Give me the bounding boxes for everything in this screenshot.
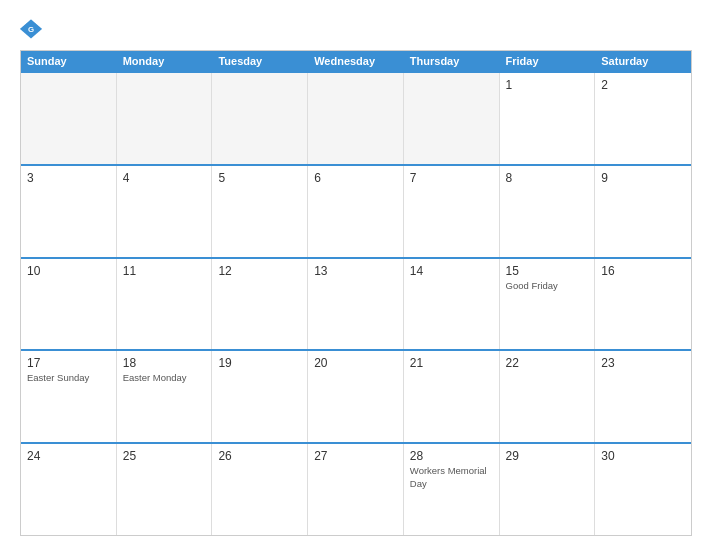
calendar-cell: 8 (500, 166, 596, 257)
day-number: 22 (506, 356, 589, 370)
calendar-cell: 9 (595, 166, 691, 257)
calendar-cell: 24 (21, 444, 117, 535)
day-number: 9 (601, 171, 685, 185)
calendar-cell: 14 (404, 259, 500, 350)
calendar-cell: 27 (308, 444, 404, 535)
calendar-row: 12 (21, 71, 691, 164)
day-number: 7 (410, 171, 493, 185)
day-number: 4 (123, 171, 206, 185)
logo: G (20, 18, 46, 40)
calendar-row: 3456789 (21, 164, 691, 257)
calendar-cell: 1 (500, 73, 596, 164)
calendar-cell: 21 (404, 351, 500, 442)
weekday-header: Saturday (595, 51, 691, 71)
calendar-cell (21, 73, 117, 164)
weekday-header: Monday (117, 51, 213, 71)
day-number: 10 (27, 264, 110, 278)
calendar-cell: 20 (308, 351, 404, 442)
calendar-cell: 25 (117, 444, 213, 535)
weekday-header: Tuesday (212, 51, 308, 71)
calendar-cell (212, 73, 308, 164)
calendar-cell: 18Easter Monday (117, 351, 213, 442)
day-number: 16 (601, 264, 685, 278)
calendar-cell: 12 (212, 259, 308, 350)
calendar-cell: 15Good Friday (500, 259, 596, 350)
calendar-cell (308, 73, 404, 164)
day-number: 2 (601, 78, 685, 92)
calendar-cell: 5 (212, 166, 308, 257)
calendar-cell: 28Workers Memorial Day (404, 444, 500, 535)
day-number: 23 (601, 356, 685, 370)
day-number: 30 (601, 449, 685, 463)
calendar-cell: 16 (595, 259, 691, 350)
day-number: 25 (123, 449, 206, 463)
calendar-body: 123456789101112131415Good Friday1617East… (21, 71, 691, 535)
day-number: 6 (314, 171, 397, 185)
day-number: 5 (218, 171, 301, 185)
day-number: 8 (506, 171, 589, 185)
day-number: 14 (410, 264, 493, 278)
day-number: 26 (218, 449, 301, 463)
day-number: 3 (27, 171, 110, 185)
day-number: 27 (314, 449, 397, 463)
day-number: 28 (410, 449, 493, 463)
calendar-row: 17Easter Sunday18Easter Monday1920212223 (21, 349, 691, 442)
weekday-header: Sunday (21, 51, 117, 71)
day-number: 20 (314, 356, 397, 370)
weekday-header: Thursday (404, 51, 500, 71)
calendar-cell: 29 (500, 444, 596, 535)
svg-text:G: G (28, 25, 34, 34)
calendar-cell: 30 (595, 444, 691, 535)
calendar-page: G SundayMondayTuesdayWednesdayThursdayFr… (0, 0, 712, 550)
calendar-cell: 6 (308, 166, 404, 257)
day-number: 29 (506, 449, 589, 463)
day-number: 24 (27, 449, 110, 463)
holiday-label: Good Friday (506, 280, 589, 292)
calendar-header: SundayMondayTuesdayWednesdayThursdayFrid… (21, 51, 691, 71)
calendar-cell: 26 (212, 444, 308, 535)
calendar-row: 101112131415Good Friday16 (21, 257, 691, 350)
calendar-cell: 11 (117, 259, 213, 350)
holiday-label: Easter Monday (123, 372, 206, 384)
day-number: 21 (410, 356, 493, 370)
calendar-cell: 10 (21, 259, 117, 350)
day-number: 17 (27, 356, 110, 370)
day-number: 18 (123, 356, 206, 370)
calendar-grid: SundayMondayTuesdayWednesdayThursdayFrid… (20, 50, 692, 536)
calendar-cell: 3 (21, 166, 117, 257)
page-header: G (20, 18, 692, 40)
calendar-cell: 19 (212, 351, 308, 442)
calendar-cell: 23 (595, 351, 691, 442)
day-number: 11 (123, 264, 206, 278)
day-number: 15 (506, 264, 589, 278)
day-number: 1 (506, 78, 589, 92)
day-number: 13 (314, 264, 397, 278)
calendar-cell (117, 73, 213, 164)
day-number: 12 (218, 264, 301, 278)
calendar-cell: 22 (500, 351, 596, 442)
day-number: 19 (218, 356, 301, 370)
calendar-cell: 13 (308, 259, 404, 350)
holiday-label: Easter Sunday (27, 372, 110, 384)
calendar-cell: 7 (404, 166, 500, 257)
calendar-cell: 4 (117, 166, 213, 257)
holiday-label: Workers Memorial Day (410, 465, 493, 490)
logo-icon: G (20, 18, 42, 40)
calendar-cell: 2 (595, 73, 691, 164)
calendar-row: 2425262728Workers Memorial Day2930 (21, 442, 691, 535)
calendar-cell (404, 73, 500, 164)
calendar-cell: 17Easter Sunday (21, 351, 117, 442)
weekday-header: Friday (500, 51, 596, 71)
weekday-header: Wednesday (308, 51, 404, 71)
